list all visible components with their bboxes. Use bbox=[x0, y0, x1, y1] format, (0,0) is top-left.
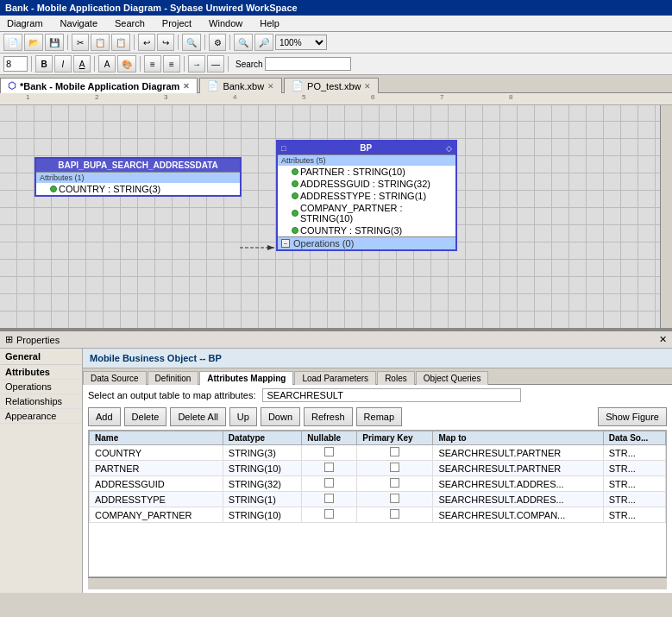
font-size-input[interactable] bbox=[3, 56, 28, 72]
cell-primarykey[interactable] bbox=[357, 461, 433, 476]
tab-diagram-icon: ⬡ bbox=[8, 80, 16, 91]
refresh-button[interactable]: Refresh bbox=[304, 407, 353, 426]
tab-roles[interactable]: Roles bbox=[377, 371, 415, 385]
cell-nullable[interactable] bbox=[302, 492, 357, 507]
align-center-button[interactable]: ≡ bbox=[163, 55, 180, 72]
bp-node-icon: ◇ bbox=[446, 144, 452, 153]
align-left-button[interactable]: ≡ bbox=[144, 55, 161, 72]
nullable-checkbox[interactable] bbox=[324, 463, 334, 472]
zoom-select[interactable]: 100% 75% 50% bbox=[275, 35, 327, 50]
fill-button[interactable]: 🎨 bbox=[117, 55, 136, 72]
down-button[interactable]: Down bbox=[261, 407, 300, 426]
circle-icon-addressguid bbox=[292, 180, 298, 187]
primarykey-checkbox[interactable] bbox=[390, 494, 399, 503]
tab-bank-close[interactable]: ✕ bbox=[267, 82, 274, 91]
tab-attributes-mapping[interactable]: Attributes Mapping bbox=[199, 371, 293, 385]
zoom-in-button[interactable]: 🔍 bbox=[234, 34, 253, 51]
bapi-attributes-section: Attributes (1) bbox=[36, 172, 240, 183]
menu-diagram[interactable]: Diagram bbox=[3, 17, 47, 29]
table-row[interactable]: PARTNER STRING(10) SEARCHRESULT.PARTNER … bbox=[90, 461, 666, 476]
cell-nullable[interactable] bbox=[302, 507, 357, 523]
bold-button[interactable]: B bbox=[35, 55, 53, 72]
search-input[interactable] bbox=[265, 57, 351, 71]
show-figure-button[interactable]: Show Figure bbox=[598, 407, 667, 426]
cell-nullable[interactable] bbox=[302, 461, 357, 476]
table-row[interactable]: ADDRESSTYPE STRING(1) SEARCHRESULT.ADDRE… bbox=[90, 492, 666, 507]
sidebar-item-appearance[interactable]: Appearance bbox=[0, 409, 82, 424]
underline-button[interactable]: A bbox=[73, 55, 91, 72]
col-datasource: Data So... bbox=[603, 431, 665, 445]
copy-button[interactable]: 📋 bbox=[91, 34, 110, 51]
open-button[interactable]: 📂 bbox=[24, 34, 43, 51]
tab-bank[interactable]: 📄 Bank.xbw ✕ bbox=[199, 78, 282, 93]
tab-load-parameters[interactable]: Load Parameters bbox=[294, 371, 376, 385]
circle-icon-companypartner bbox=[292, 210, 298, 217]
bp-node-expand[interactable]: □ bbox=[281, 144, 286, 153]
sep8 bbox=[140, 56, 141, 72]
menu-search[interactable]: Search bbox=[111, 17, 148, 29]
zoom-out-button[interactable]: 🔎 bbox=[254, 34, 273, 51]
arrow-button[interactable]: → bbox=[188, 55, 205, 72]
cell-nullable[interactable] bbox=[302, 476, 357, 492]
tab-diagram[interactable]: ⬡ *Bank - Mobile Application Diagram ✕ bbox=[0, 78, 198, 93]
primarykey-checkbox[interactable] bbox=[390, 509, 399, 519]
bapi-item-country-text: COUNTRY : STRING(3) bbox=[59, 184, 160, 194]
tab-definition[interactable]: Definition bbox=[148, 371, 199, 385]
new-button[interactable]: 📄 bbox=[3, 34, 22, 51]
cut-button[interactable]: ✂ bbox=[72, 34, 89, 51]
properties-close[interactable]: ✕ bbox=[659, 334, 667, 345]
tab-datasource[interactable]: Data Source bbox=[83, 371, 147, 385]
primarykey-checkbox[interactable] bbox=[390, 463, 399, 472]
nullable-checkbox[interactable] bbox=[324, 494, 334, 503]
canvas-area[interactable]: BAPI_BUPA_SEARCH_ADDRESSDATA Attributes … bbox=[0, 105, 672, 330]
menu-navigate[interactable]: Navigate bbox=[57, 17, 101, 29]
bp-item-companypartner: COMPANY_PARTNER : STRING(10) bbox=[278, 202, 455, 224]
tab-potest[interactable]: 📄 PO_test.xbw ✕ bbox=[284, 78, 379, 93]
undo-button[interactable]: ↩ bbox=[138, 34, 155, 51]
diagram-canvas[interactable]: BAPI_BUPA_SEARCH_ADDRESSDATA Attributes … bbox=[0, 105, 672, 328]
nullable-checkbox[interactable] bbox=[324, 447, 334, 456]
menu-bar: Diagram Navigate Search Project Window H… bbox=[0, 16, 672, 32]
table-row[interactable]: COUNTRY STRING(3) SEARCHRESULT.PARTNER S… bbox=[90, 445, 666, 461]
italic-button[interactable]: I bbox=[54, 55, 72, 72]
remap-button[interactable]: Remap bbox=[356, 407, 402, 426]
color-button[interactable]: A bbox=[98, 55, 116, 72]
save-button[interactable]: 💾 bbox=[45, 34, 64, 51]
canvas-vscrollbar[interactable] bbox=[660, 105, 672, 328]
menu-help[interactable]: Help bbox=[256, 17, 283, 29]
add-button[interactable]: Add bbox=[88, 407, 121, 426]
primarykey-checkbox[interactable] bbox=[390, 447, 399, 456]
up-button[interactable]: Up bbox=[229, 407, 257, 426]
redo-button[interactable]: ↪ bbox=[157, 34, 174, 51]
cell-primarykey[interactable] bbox=[357, 445, 433, 461]
nullable-checkbox[interactable] bbox=[324, 509, 334, 519]
minus-icon[interactable]: − bbox=[281, 239, 290, 248]
tab-object-queries[interactable]: Object Queries bbox=[416, 371, 489, 385]
line-button[interactable]: — bbox=[207, 55, 224, 72]
delete-button[interactable]: Delete bbox=[124, 407, 167, 426]
tab-diagram-close[interactable]: ✕ bbox=[183, 82, 190, 91]
table-row[interactable]: COMPANY_PARTNER STRING(10) SEARCHRESULT.… bbox=[90, 507, 666, 523]
delete-all-button[interactable]: Delete All bbox=[170, 407, 225, 426]
output-label: Select an output table to map attributes… bbox=[88, 390, 255, 400]
menu-project[interactable]: Project bbox=[159, 17, 195, 29]
cell-primarykey[interactable] bbox=[357, 476, 433, 492]
bapi-node[interactable]: BAPI_BUPA_SEARCH_ADDRESSDATA Attributes … bbox=[35, 157, 242, 197]
settings-button[interactable]: ⚙ bbox=[209, 34, 226, 51]
attributes-table[interactable]: Name Datatype Nullable Primary Key Map t… bbox=[88, 430, 667, 577]
cell-primarykey[interactable] bbox=[357, 507, 433, 523]
nullable-checkbox[interactable] bbox=[324, 478, 334, 488]
table-row[interactable]: ADDRESSGUID STRING(32) SEARCHRESULT.ADDR… bbox=[90, 476, 666, 492]
tab-potest-close[interactable]: ✕ bbox=[364, 82, 371, 91]
sidebar-item-operations[interactable]: Operations bbox=[0, 380, 82, 394]
menu-window[interactable]: Window bbox=[205, 17, 246, 29]
sidebar-item-attributes[interactable]: Attributes bbox=[0, 365, 82, 380]
primarykey-checkbox[interactable] bbox=[390, 478, 399, 488]
bp-node[interactable]: □ BP ◇ Attributes (5) PARTNER : STRING(1… bbox=[276, 140, 457, 251]
cell-nullable[interactable] bbox=[302, 445, 357, 461]
paste-button[interactable]: 📋 bbox=[111, 34, 130, 51]
search-toolbar-button[interactable]: 🔍 bbox=[182, 34, 201, 51]
sidebar-item-relationships[interactable]: Relationships bbox=[0, 394, 82, 409]
attr-table-hscrollbar[interactable] bbox=[88, 577, 667, 589]
cell-primarykey[interactable] bbox=[357, 492, 433, 507]
